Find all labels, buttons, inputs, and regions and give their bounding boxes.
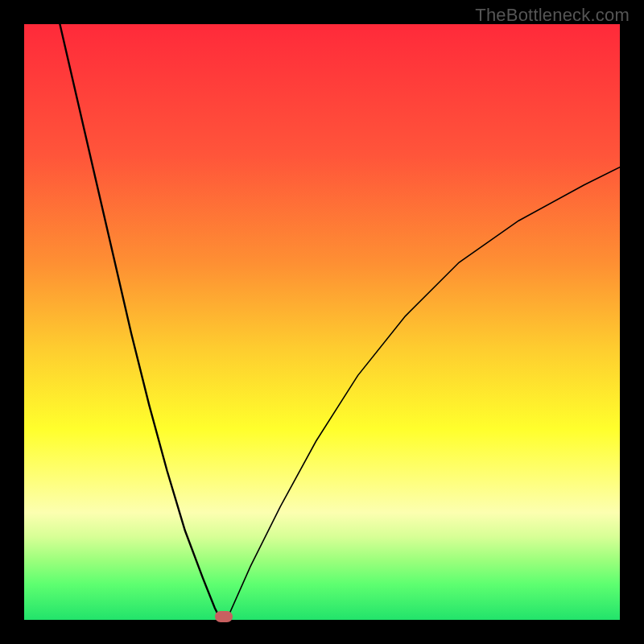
bottleneck-curve: [24, 24, 620, 620]
optimal-point-marker: [215, 611, 233, 622]
plot-area: [24, 24, 620, 620]
chart-frame: TheBottleneck.com: [0, 0, 644, 644]
watermark-text: TheBottleneck.com: [475, 5, 630, 26]
